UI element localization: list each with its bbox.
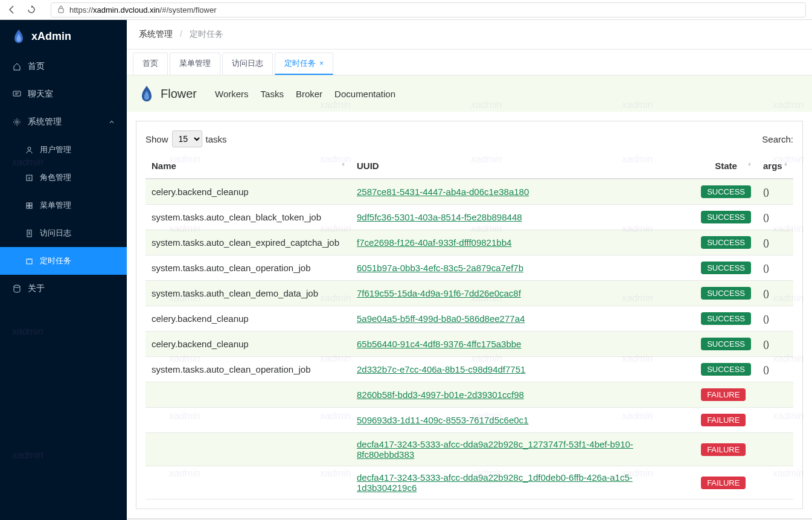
tab-home[interactable]: 首页 [133, 53, 168, 75]
cell-uuid: 2d332b7c-e7cc-406a-8b15-c98d94df7751 [351, 357, 695, 382]
sidebar-item-label: 角色管理 [40, 172, 71, 183]
uuid-link[interactable]: decfa417-3243-5333-afcc-dda9a22b928c_1df… [357, 472, 633, 493]
sort-icon: ♦ [784, 161, 787, 167]
svg-point-2 [16, 121, 18, 123]
cell-state: FAILURE [695, 382, 757, 408]
status-badge: FAILURE [701, 443, 746, 456]
sidebar-item-home[interactable]: 首页 [0, 53, 127, 80]
table-row: system.tasks.auto_clean_expired_captcha_… [145, 230, 793, 255]
sidebar-item-system[interactable]: 系统管理 [0, 108, 127, 136]
search-box: Search: [762, 134, 793, 144]
tasks-label: tasks [206, 134, 227, 144]
flower-nav-tasks[interactable]: Tasks [261, 89, 284, 99]
sort-icon: ♦ [748, 161, 751, 167]
db-icon [12, 284, 22, 294]
col-state[interactable]: State♦ [695, 153, 757, 179]
sidebar-item-label: 访问日志 [40, 228, 71, 239]
flower-nav-workers[interactable]: Workers [215, 89, 249, 99]
status-badge: FAILURE [701, 414, 746, 426]
cell-state: SUCCESS [695, 255, 757, 281]
cell-state: SUCCESS [695, 179, 757, 205]
url-bar[interactable]: https://xadmin.dvcloud.xin/#/system/flow… [51, 2, 806, 18]
tasks-table: Name♦ UUID State♦ args♦ celery.backend_c… [145, 153, 793, 499]
col-uuid[interactable]: UUID [351, 153, 695, 179]
cell-name [145, 382, 351, 408]
refresh-button[interactable] [25, 4, 37, 16]
uuid-link[interactable]: decfa417-3243-5333-afcc-dda9a22b928c_127… [357, 439, 633, 460]
sidebar-item-chat[interactable]: 聊天室 [0, 80, 127, 108]
flower-nav-docs[interactable]: Documentation [334, 89, 395, 99]
sidebar-item-label: 关于 [28, 283, 45, 294]
uuid-link[interactable]: 7f619c55-15da-4d9a-91f6-7dd26e0cac8f [357, 288, 521, 298]
cell-uuid: 6051b97a-0bb3-4efc-83c5-2a879ca7ef7b [351, 255, 695, 281]
sidebar-item-label: 用户管理 [40, 144, 71, 155]
status-badge: SUCCESS [701, 338, 751, 350]
app-logo[interactable]: xAdmin [0, 20, 127, 53]
flower-nav-broker[interactable]: Broker [296, 89, 322, 99]
cell-name: system.tasks.auto_clean_operation_job [145, 255, 351, 281]
sidebar: xAdmin 首页 聊天室 系统管理 用户管理 角色管理 [0, 20, 127, 520]
cell-uuid: decfa417-3243-5333-afcc-dda9a22b928c_127… [351, 433, 695, 466]
home-icon [12, 62, 22, 71]
status-badge: SUCCESS [701, 363, 751, 376]
sidebar-item-about[interactable]: 关于 [0, 275, 127, 303]
role-icon [24, 173, 34, 182]
status-badge: SUCCESS [701, 287, 751, 300]
svg-rect-6 [30, 203, 32, 205]
user-icon [24, 145, 34, 155]
status-badge: SUCCESS [701, 211, 751, 223]
svg-rect-5 [27, 203, 29, 205]
sidebar-subitem-menu[interactable]: 菜单管理 [0, 191, 127, 219]
cell-state: SUCCESS [695, 332, 757, 357]
cell-state: SUCCESS [695, 357, 757, 382]
breadcrumb-current: 定时任务 [190, 29, 223, 39]
flower-logo[interactable]: Flower [139, 85, 197, 103]
table-row: celery.backend_cleanup5a9e04a5-b5ff-499d… [145, 306, 793, 332]
tabs: 首页 菜单管理 访问日志 定时任务× [127, 50, 812, 75]
sidebar-subitem-role[interactable]: 角色管理 [0, 164, 127, 191]
sidebar-subitem-user[interactable]: 用户管理 [0, 136, 127, 164]
col-args[interactable]: args♦ [757, 153, 793, 179]
svg-rect-10 [27, 259, 32, 264]
show-label: Show [145, 134, 168, 144]
sidebar-item-label: 定时任务 [40, 255, 71, 266]
search-label: Search: [762, 134, 793, 144]
col-name[interactable]: Name♦ [145, 153, 351, 179]
cell-args: () [757, 306, 793, 332]
uuid-link[interactable]: 9df5fc36-5301-403a-8514-f5e28b898448 [357, 212, 522, 222]
uuid-link[interactable]: 6051b97a-0bb3-4efc-83c5-2a879ca7ef7b [357, 263, 523, 273]
uuid-link[interactable]: 2d332b7c-e7cc-406a-8b15-c98d94df7751 [357, 364, 525, 374]
uuid-link[interactable]: f7ce2698-f126-40af-933f-dfff09821bb4 [357, 237, 511, 248]
browser-bar: https://xadmin.dvcloud.xin/#/system/flow… [0, 0, 812, 20]
cell-uuid: 65b56440-91c4-4df8-9376-4ffc175a3bbe [351, 332, 695, 357]
breadcrumb-root[interactable]: 系统管理 [139, 29, 173, 39]
sidebar-subitem-task[interactable]: 定时任务 [0, 247, 127, 275]
table-row: system.tasks.auth_clean_demo_data_job7f6… [145, 281, 793, 306]
sort-icon: ♦ [342, 161, 345, 167]
sidebar-subitem-log[interactable]: 访问日志 [0, 219, 127, 247]
back-button[interactable] [6, 4, 18, 16]
status-badge: SUCCESS [701, 185, 751, 198]
tab-task[interactable]: 定时任务× [275, 53, 333, 75]
svg-rect-0 [59, 8, 63, 13]
cell-state: FAILURE [695, 433, 757, 466]
cell-uuid: 2587ce81-5431-4447-ab4a-d06c1e38a180 [351, 179, 695, 205]
cell-name: system.tasks.auto_clean_black_token_job [145, 205, 351, 230]
cell-state: SUCCESS [695, 281, 757, 306]
flower-nav: Workers Tasks Broker Documentation [215, 89, 395, 99]
cell-state: SUCCESS [695, 205, 757, 230]
cell-name [145, 466, 351, 499]
close-icon[interactable]: × [319, 59, 324, 68]
tab-log[interactable]: 访问日志 [222, 53, 273, 75]
cell-args: () [757, 255, 793, 281]
uuid-link[interactable]: 509693d3-1d11-409c-8553-7617d5c6e0c1 [357, 415, 528, 425]
tab-menu[interactable]: 菜单管理 [170, 53, 220, 75]
cell-name: celery.backend_cleanup [145, 306, 351, 332]
uuid-link[interactable]: 8260b58f-bdd3-4997-b01e-2d39301ccf98 [357, 390, 524, 400]
cell-state: SUCCESS [695, 230, 757, 255]
uuid-link[interactable]: 2587ce81-5431-4447-ab4a-d06c1e38a180 [357, 187, 529, 197]
uuid-link[interactable]: 5a9e04a5-b5ff-499d-b8a0-586d8ee277a4 [357, 313, 525, 324]
uuid-link[interactable]: 65b56440-91c4-4df8-9376-4ffc175a3bbe [357, 339, 521, 349]
page-size-select[interactable]: 15 [172, 130, 202, 147]
cell-uuid: f7ce2698-f126-40af-933f-dfff09821bb4 [351, 230, 695, 255]
